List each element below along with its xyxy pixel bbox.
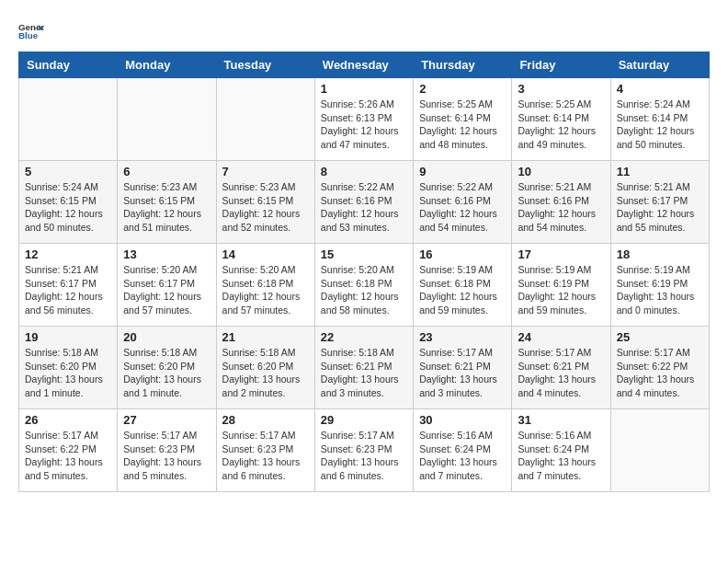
day-info: Sunrise: 5:25 AMSunset: 6:14 PMDaylight:… <box>518 98 604 152</box>
day-number: 4 <box>617 82 703 96</box>
day-number: 1 <box>321 82 407 96</box>
calendar-header-row: SundayMondayTuesdayWednesdayThursdayFrid… <box>19 52 710 78</box>
calendar-cell: 8Sunrise: 5:22 AMSunset: 6:16 PMDaylight… <box>314 161 413 244</box>
day-of-week-header: Friday <box>512 52 610 78</box>
day-number: 9 <box>419 165 506 178</box>
day-number: 29 <box>321 413 407 427</box>
calendar-cell: 31Sunrise: 5:16 AMSunset: 6:24 PMDayligh… <box>512 409 610 492</box>
day-info: Sunrise: 5:23 AMSunset: 6:15 PMDaylight:… <box>123 180 210 235</box>
logo: General Blue <box>18 18 48 44</box>
day-info: Sunrise: 5:19 AMSunset: 6:19 PMDaylight:… <box>518 263 604 317</box>
day-info: Sunrise: 5:26 AMSunset: 6:13 PMDaylight:… <box>321 98 407 152</box>
day-number: 20 <box>123 330 210 344</box>
calendar-cell: 21Sunrise: 5:18 AMSunset: 6:20 PMDayligh… <box>216 327 314 409</box>
day-info: Sunrise: 5:23 AMSunset: 6:15 PMDaylight:… <box>222 180 309 235</box>
day-info: Sunrise: 5:18 AMSunset: 6:20 PMDaylight:… <box>25 346 111 400</box>
calendar-cell: 5Sunrise: 5:24 AMSunset: 6:15 PMDaylight… <box>19 161 118 244</box>
calendar-cell <box>216 78 314 161</box>
day-number: 30 <box>419 413 506 427</box>
day-of-week-header: Tuesday <box>216 52 314 78</box>
day-info: Sunrise: 5:20 AMSunset: 6:18 PMDaylight:… <box>222 263 309 317</box>
day-info: Sunrise: 5:20 AMSunset: 6:18 PMDaylight:… <box>321 263 407 317</box>
calendar-cell: 29Sunrise: 5:17 AMSunset: 6:23 PMDayligh… <box>314 409 413 492</box>
calendar-cell: 2Sunrise: 5:25 AMSunset: 6:14 PMDaylight… <box>414 78 512 161</box>
day-number: 26 <box>25 413 111 427</box>
calendar-cell: 28Sunrise: 5:17 AMSunset: 6:23 PMDayligh… <box>216 409 314 492</box>
day-number: 28 <box>222 413 309 427</box>
day-number: 23 <box>419 330 506 344</box>
day-number: 18 <box>617 247 703 261</box>
day-number: 3 <box>518 82 604 96</box>
calendar-cell: 12Sunrise: 5:21 AMSunset: 6:17 PMDayligh… <box>19 244 118 327</box>
day-info: Sunrise: 5:21 AMSunset: 6:17 PMDaylight:… <box>25 263 111 317</box>
calendar-cell: 13Sunrise: 5:20 AMSunset: 6:17 PMDayligh… <box>118 244 216 327</box>
day-info: Sunrise: 5:16 AMSunset: 6:24 PMDaylight:… <box>419 429 506 483</box>
day-info: Sunrise: 5:19 AMSunset: 6:18 PMDaylight:… <box>419 263 506 317</box>
calendar-cell: 6Sunrise: 5:23 AMSunset: 6:15 PMDaylight… <box>118 161 216 244</box>
calendar-week-row: 12Sunrise: 5:21 AMSunset: 6:17 PMDayligh… <box>19 244 710 327</box>
day-number: 22 <box>321 330 407 344</box>
day-info: Sunrise: 5:22 AMSunset: 6:16 PMDaylight:… <box>321 180 407 235</box>
day-number: 5 <box>25 165 111 178</box>
calendar-cell: 20Sunrise: 5:18 AMSunset: 6:20 PMDayligh… <box>118 327 216 409</box>
calendar-cell: 16Sunrise: 5:19 AMSunset: 6:18 PMDayligh… <box>414 244 512 327</box>
calendar-cell: 17Sunrise: 5:19 AMSunset: 6:19 PMDayligh… <box>512 244 610 327</box>
day-info: Sunrise: 5:17 AMSunset: 6:21 PMDaylight:… <box>518 346 604 400</box>
calendar-cell: 25Sunrise: 5:17 AMSunset: 6:22 PMDayligh… <box>610 327 709 409</box>
day-info: Sunrise: 5:17 AMSunset: 6:22 PMDaylight:… <box>617 346 703 400</box>
calendar-week-row: 5Sunrise: 5:24 AMSunset: 6:15 PMDaylight… <box>19 161 710 244</box>
calendar-cell: 26Sunrise: 5:17 AMSunset: 6:22 PMDayligh… <box>19 409 118 492</box>
calendar-cell: 24Sunrise: 5:17 AMSunset: 6:21 PMDayligh… <box>512 327 610 409</box>
calendar-cell: 22Sunrise: 5:18 AMSunset: 6:21 PMDayligh… <box>314 327 413 409</box>
calendar-cell: 7Sunrise: 5:23 AMSunset: 6:15 PMDaylight… <box>216 161 314 244</box>
calendar-cell: 18Sunrise: 5:19 AMSunset: 6:19 PMDayligh… <box>610 244 709 327</box>
calendar-cell: 1Sunrise: 5:26 AMSunset: 6:13 PMDaylight… <box>314 78 413 161</box>
day-info: Sunrise: 5:17 AMSunset: 6:22 PMDaylight:… <box>25 429 111 483</box>
day-info: Sunrise: 5:18 AMSunset: 6:21 PMDaylight:… <box>321 346 407 400</box>
logo-icon: General Blue <box>18 18 44 44</box>
day-number: 19 <box>25 330 111 344</box>
day-number: 16 <box>419 247 506 261</box>
day-info: Sunrise: 5:24 AMSunset: 6:15 PMDaylight:… <box>25 180 111 235</box>
day-number: 11 <box>617 165 703 178</box>
day-number: 21 <box>222 330 309 344</box>
day-number: 25 <box>617 330 703 344</box>
calendar-cell: 23Sunrise: 5:17 AMSunset: 6:21 PMDayligh… <box>414 327 512 409</box>
calendar-week-row: 26Sunrise: 5:17 AMSunset: 6:22 PMDayligh… <box>19 409 710 492</box>
calendar-cell: 27Sunrise: 5:17 AMSunset: 6:23 PMDayligh… <box>118 409 216 492</box>
day-of-week-header: Saturday <box>610 52 709 78</box>
day-number: 15 <box>321 247 407 261</box>
day-info: Sunrise: 5:21 AMSunset: 6:16 PMDaylight:… <box>518 180 604 235</box>
day-info: Sunrise: 5:25 AMSunset: 6:14 PMDaylight:… <box>419 98 506 152</box>
calendar-cell <box>19 78 118 161</box>
calendar-cell: 4Sunrise: 5:24 AMSunset: 6:14 PMDaylight… <box>610 78 709 161</box>
calendar-cell: 30Sunrise: 5:16 AMSunset: 6:24 PMDayligh… <box>414 409 512 492</box>
day-of-week-header: Sunday <box>19 52 118 78</box>
calendar-cell <box>610 409 709 492</box>
calendar-cell: 10Sunrise: 5:21 AMSunset: 6:16 PMDayligh… <box>512 161 610 244</box>
calendar-cell: 11Sunrise: 5:21 AMSunset: 6:17 PMDayligh… <box>610 161 709 244</box>
day-number: 6 <box>123 165 210 178</box>
day-info: Sunrise: 5:22 AMSunset: 6:16 PMDaylight:… <box>419 180 506 235</box>
day-number: 12 <box>25 247 111 261</box>
calendar-week-row: 1Sunrise: 5:26 AMSunset: 6:13 PMDaylight… <box>19 78 710 161</box>
page-header: General Blue <box>18 18 710 44</box>
day-number: 31 <box>518 413 604 427</box>
day-info: Sunrise: 5:18 AMSunset: 6:20 PMDaylight:… <box>123 346 210 400</box>
day-of-week-header: Thursday <box>414 52 512 78</box>
day-info: Sunrise: 5:17 AMSunset: 6:21 PMDaylight:… <box>419 346 506 400</box>
day-number: 24 <box>518 330 604 344</box>
day-number: 7 <box>222 165 309 178</box>
calendar-table: SundayMondayTuesdayWednesdayThursdayFrid… <box>18 52 710 492</box>
svg-text:Blue: Blue <box>18 30 39 40</box>
calendar-cell: 3Sunrise: 5:25 AMSunset: 6:14 PMDaylight… <box>512 78 610 161</box>
day-number: 10 <box>518 165 604 178</box>
calendar-cell: 9Sunrise: 5:22 AMSunset: 6:16 PMDaylight… <box>414 161 512 244</box>
day-number: 8 <box>321 165 407 178</box>
day-number: 27 <box>123 413 210 427</box>
calendar-week-row: 19Sunrise: 5:18 AMSunset: 6:20 PMDayligh… <box>19 327 710 409</box>
calendar-cell: 19Sunrise: 5:18 AMSunset: 6:20 PMDayligh… <box>19 327 118 409</box>
day-info: Sunrise: 5:16 AMSunset: 6:24 PMDaylight:… <box>518 429 604 483</box>
day-info: Sunrise: 5:21 AMSunset: 6:17 PMDaylight:… <box>617 180 703 235</box>
day-of-week-header: Monday <box>118 52 216 78</box>
